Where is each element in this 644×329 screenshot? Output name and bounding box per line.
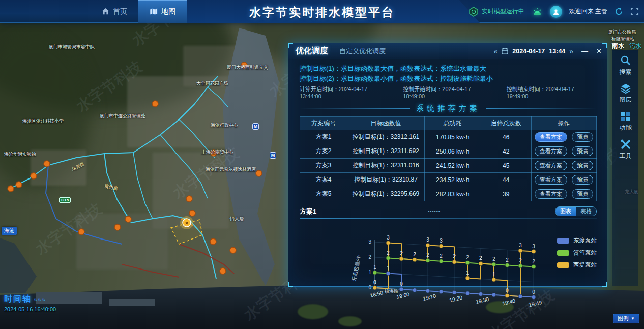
refresh-icon[interactable] <box>614 7 623 16</box>
minimize-button[interactable]: — <box>581 47 588 55</box>
switch-count-cell: 45 <box>481 159 531 173</box>
date-picker[interactable]: 2024-04-17 <box>512 48 545 55</box>
map-legend-label: 图例 <box>618 315 629 322</box>
svg-text:3: 3 <box>519 243 522 248</box>
objective-value-cell: 控制目标(1)：32295.669 <box>347 187 425 201</box>
timeline-widget[interactable]: 时间轴 »»» 2024-05-16 16:40:00 <box>4 294 56 312</box>
preview-button[interactable]: 预演 <box>572 146 593 156</box>
alarm-marker[interactable] <box>44 161 50 167</box>
tab-custom-dispatch[interactable]: 自定义优化调度 <box>339 47 386 56</box>
view-plan-button[interactable]: 查看方案 <box>535 189 567 199</box>
pipe-line <box>122 264 179 277</box>
user-avatar[interactable] <box>550 6 562 18</box>
legend-item[interactable]: 东渡泵站 <box>557 237 597 245</box>
actions-cell: 查看方案 预演 <box>531 187 596 201</box>
switch-count-cell: 42 <box>481 144 531 159</box>
alarm-marker[interactable] <box>230 247 236 253</box>
alarm-marker[interactable] <box>114 224 121 230</box>
table-header: 启停总次数 <box>481 117 531 130</box>
view-plan-button[interactable]: 查看方案 <box>535 132 567 142</box>
chart-table-toggle: 图表表格 <box>555 206 597 216</box>
alarm-marker[interactable] <box>8 186 14 192</box>
alarm-marker[interactable] <box>256 170 262 176</box>
pipe-line <box>208 87 228 107</box>
alarm-marker[interactable] <box>210 238 216 245</box>
calendar-icon[interactable] <box>502 48 508 54</box>
plan-id-cell: 方案1 <box>300 130 347 144</box>
road-shield: G15 <box>59 197 71 203</box>
preview-button[interactable]: 预演 <box>572 189 593 199</box>
nav-tab-home[interactable]: 首页 <box>91 0 138 23</box>
table-row: 方案3 控制目标(1)：32311.016 241.52 kw·h 45 查看方… <box>300 159 597 173</box>
control-objective-1: 控制目标(1)：求目标函数最大值，函数表达式：系统出水量最大 <box>300 64 597 74</box>
view-plan-button[interactable]: 查看方案 <box>535 161 567 170</box>
time-info-item: 计算开启时间：2024-04-17 13:44:00 <box>300 85 390 99</box>
table-row: 方案1 控制目标(1)：32312.161 170.85 kw·h 46 查看方… <box>300 130 597 144</box>
toggle-table[interactable]: 表格 <box>576 207 596 216</box>
role-label: 主管 <box>595 8 607 15</box>
metro-station-icon: M <box>252 123 259 130</box>
svg-text:19:49: 19:49 <box>528 299 542 308</box>
view-plan-button[interactable]: 查看方案 <box>535 175 567 185</box>
sidebar-item-search[interactable]: 搜索 <box>620 55 632 76</box>
recommended-plans-table: 方案编号目标函数值总功耗启停总次数操作 方案1 控制目标(1)：32312.16… <box>300 116 597 201</box>
mode-tab-rainwater[interactable]: 雨水 <box>612 42 624 50</box>
selected-plan-label: 方案1 <box>300 207 316 216</box>
objective-value-cell: 控制目标(1)：32312.161 <box>347 130 425 144</box>
alarm-marker[interactable] <box>152 101 158 107</box>
pipe-line <box>104 154 216 279</box>
alarm-siren-icon[interactable] <box>532 6 543 17</box>
screen: ✕ 厦门市城管局市容中队厦门市中连公路管理处海沧区沧江科技小学海沧华附实验站海沧… <box>0 0 644 329</box>
sidebar-item-tools[interactable]: 工具 <box>620 139 632 160</box>
time-info-item: 控制结束时间：2024-04-17 19:49:00 <box>507 85 597 99</box>
nav-tab-map[interactable]: 地图 <box>138 0 187 23</box>
switch-count-cell: 46 <box>481 130 531 144</box>
legend-swatch <box>557 238 569 244</box>
shield-status-icon <box>469 7 479 17</box>
svg-text:0: 0 <box>373 280 376 285</box>
alarm-marker[interactable] <box>31 173 37 179</box>
date-next-button[interactable]: » <box>569 47 573 55</box>
map-legend-button[interactable]: 图例 ▼ <box>613 314 639 323</box>
date-prev-button[interactable]: « <box>494 47 498 55</box>
alarm-marker[interactable] <box>189 210 195 216</box>
alarm-marker[interactable] <box>220 268 226 274</box>
preview-button[interactable]: 预演 <box>572 132 593 142</box>
fullscreen-icon[interactable] <box>630 7 639 16</box>
user-icon <box>552 8 560 15</box>
table-row: 方案4 控制目标(1)：32310.87 234.52 kw·h 44 查看方案… <box>300 173 597 187</box>
alert-marker-glyph: ✕ <box>185 221 189 226</box>
alarm-marker[interactable] <box>125 216 131 222</box>
svg-text:0: 0 <box>368 285 371 290</box>
svg-text:2: 2 <box>440 253 443 259</box>
toggle-chart[interactable]: 图表 <box>555 207 576 216</box>
svg-text:2: 2 <box>368 254 371 260</box>
alarm-marker[interactable] <box>78 229 84 235</box>
sidebar-item-layers[interactable]: 图层 <box>620 83 632 104</box>
map-tool-sidebar: 搜索 图层 功能 工具 <box>612 50 638 286</box>
timeline-title: 时间轴 <box>4 294 32 303</box>
legend-swatch <box>557 250 569 256</box>
map-poi-label: 厦门市城管局市容中队 <box>49 44 95 50</box>
close-button[interactable]: ✕ <box>596 47 602 55</box>
timeline-datetime: 2024-05-16 16:40:00 <box>4 306 56 312</box>
view-plan-button[interactable]: 查看方案 <box>535 146 567 156</box>
actions-cell: 查看方案 预演 <box>531 144 596 159</box>
svg-text:2: 2 <box>400 251 403 256</box>
alarm-marker[interactable] <box>186 196 192 202</box>
pipe-line <box>133 153 153 219</box>
legend-item[interactable]: 筼筜泵站 <box>557 249 597 257</box>
objective-value-cell: 控制目标(1)：32311.692 <box>347 144 425 159</box>
alarm-marker[interactable] <box>16 182 22 188</box>
preview-button[interactable]: 预演 <box>572 175 593 185</box>
map-poi-label: 厦门市公路局 <box>608 29 636 36</box>
model-status-badge: 实时模型运行中 <box>469 7 524 17</box>
legend-item[interactable]: 西堤泵站 <box>557 261 597 269</box>
preview-button[interactable]: 预演 <box>572 161 593 170</box>
mode-tab-sewage[interactable]: 污水 <box>629 42 641 50</box>
svg-text:2: 2 <box>506 257 509 263</box>
sidebar-item-grid[interactable]: 功能 <box>620 111 632 132</box>
water-mode-tabs: 雨水污水 <box>612 42 641 50</box>
map-poi-label: 海沧行政中心 <box>211 122 238 129</box>
panel-corner <box>288 43 293 48</box>
